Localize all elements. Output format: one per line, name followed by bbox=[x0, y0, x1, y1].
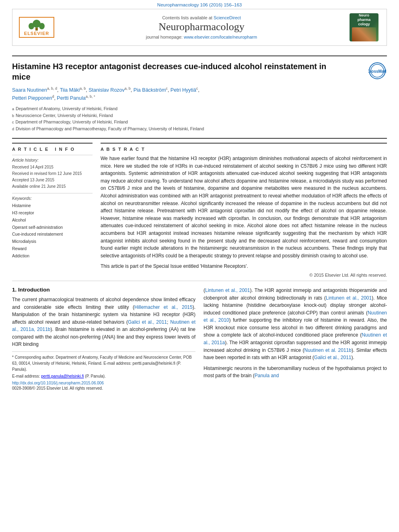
elsevier-logo-container: ELSEVIER bbox=[19, 17, 55, 38]
keyword-histamine: Histamine bbox=[12, 202, 93, 210]
authors-line: Saara Nuutinena, b, d, Tiia Mäkia, b, St… bbox=[12, 86, 387, 102]
available-online: Available online 21 June 2015 bbox=[12, 183, 93, 190]
author-panula[interactable]: Pertti Panula bbox=[57, 95, 86, 101]
crossmark-icon-container: CrossMark bbox=[368, 61, 387, 80]
author-hyytia[interactable]: Petri Hyytiä bbox=[171, 87, 196, 93]
history-label: Article history: bbox=[12, 158, 93, 162]
intro-para1: The current pharmacological treatments o… bbox=[12, 296, 195, 348]
keyword-reward: Reward bbox=[12, 245, 93, 253]
body-two-col: 1. Introduction The current pharmacologi… bbox=[12, 287, 387, 398]
accepted-date: Accepted 13 June 2015 bbox=[12, 177, 93, 183]
body-right: (Lintunen et al., 2001). The H3R agonist… bbox=[204, 287, 387, 390]
affil-c: c Department of Pharmacology, University… bbox=[12, 119, 387, 125]
email-link[interactable]: pertti.panula@helsinki.fi bbox=[41, 374, 84, 378]
article-title: Histamine H3 receptor antagonist decreas… bbox=[12, 61, 342, 82]
article-info-abstract-cols: A R T I C L E I N F O Article history: R… bbox=[12, 143, 387, 277]
journal-logo-right: Neuropharmacology bbox=[348, 13, 380, 41]
ref-galici[interactable]: Galici et al., 2011 bbox=[128, 319, 167, 325]
keyword-addiction: Addiction bbox=[12, 253, 93, 260]
journal-title: Neuropharmacology bbox=[59, 21, 344, 33]
author-backstrom[interactable]: Pia Bäckström bbox=[134, 87, 166, 93]
keyword-microdialysis: Microdialysis bbox=[12, 238, 93, 245]
contents-line: Contents lists available at ScienceDirec… bbox=[59, 15, 344, 20]
top-divider bbox=[12, 55, 387, 56]
journal-homepage: journal homepage: www.elsevier.com/locat… bbox=[59, 35, 344, 39]
abstract-section: A B S T R A C T We have earlier found th… bbox=[101, 143, 387, 277]
affil-sup-a: a bbox=[12, 105, 14, 112]
author-piepponen[interactable]: Petteri Piepponen bbox=[12, 95, 52, 101]
neuro-logo-image bbox=[352, 27, 376, 41]
ref-lintunen-2001b[interactable]: Lintunen et al., 2001 bbox=[326, 295, 372, 301]
received-revised: Received in revised form 12 June 2015 bbox=[12, 170, 93, 177]
right-para2: Histaminergic neurons in the tuberomamil… bbox=[204, 365, 387, 380]
svg-rect-3 bbox=[35, 28, 38, 31]
body-left: 1. Introduction The current pharmacologi… bbox=[12, 287, 195, 390]
ref-nuutinen-2010[interactable]: Nuutinen et al., 2010 bbox=[204, 310, 387, 323]
sciencedirect-link[interactable]: ScienceDirect bbox=[214, 15, 241, 20]
svg-point-1 bbox=[29, 23, 34, 29]
keyword-operant: Operant self-administration bbox=[12, 224, 93, 231]
footnote-section: * Corresponding author. Department of An… bbox=[12, 351, 195, 390]
elsevier-tree-icon bbox=[27, 19, 47, 31]
article-info-col: A R T I C L E I N F O Article history: R… bbox=[12, 143, 93, 277]
right-para1: (Lintunen et al., 2001). The H3R agonist… bbox=[204, 287, 387, 362]
journal-header: ELSEVIER Contents lists available at Sci… bbox=[12, 9, 387, 46]
svg-point-2 bbox=[39, 23, 45, 29]
crossmark-svg: CrossMark bbox=[368, 62, 386, 80]
journal-center: Contents lists available at ScienceDirec… bbox=[59, 15, 344, 39]
affil-sup-b: b bbox=[12, 112, 14, 119]
article-info-section: A R T I C L E I N F O Article history: R… bbox=[12, 143, 93, 260]
abstract-label: A B S T R A C T bbox=[101, 147, 387, 152]
article-body: Histamine H3 receptor antagonist decreas… bbox=[12, 46, 387, 398]
article-info-label: A R T I C L E I N F O bbox=[12, 147, 93, 152]
neuro-logo-box: Neuropharmacology bbox=[350, 13, 378, 41]
journal-volume-info: Neuropharmacology 106 (2016) 156–163 bbox=[0, 0, 399, 9]
affil-text-d: Division of Pharmacology and Pharmacothe… bbox=[16, 125, 204, 132]
keyword-alcohol: Alcohol bbox=[12, 217, 93, 224]
history-block: Article history: Received 14 April 2015 … bbox=[12, 155, 93, 190]
affil-sup-c: c bbox=[12, 119, 14, 125]
elsevier-text: ELSEVIER bbox=[24, 31, 49, 36]
journal-url[interactable]: www.elsevier.com/locate/neuropharm bbox=[184, 35, 257, 39]
ref-nuutinen2011[interactable]: Nuutinen et al., 2011a, 2011b bbox=[12, 319, 195, 333]
corresponding-author-note: * Corresponding author. Department of An… bbox=[12, 354, 195, 372]
article-title-section: Histamine H3 receptor antagonist decreas… bbox=[12, 61, 387, 82]
mid-divider-1 bbox=[12, 138, 387, 139]
doi-line[interactable]: http://dx.doi.org/10.1016/j.neuropharm.2… bbox=[12, 381, 195, 385]
elsevier-logo: ELSEVIER bbox=[19, 17, 54, 38]
issn-line: 0028-3908/© 2015 Elsevier Ltd. All right… bbox=[12, 386, 195, 390]
keyword-h3receptor: H3 receptor bbox=[12, 210, 93, 217]
ref-hillemacher[interactable]: Hillemacher et al., 2015 bbox=[134, 304, 193, 310]
abstract-special-issue: This article is part of the Special Issu… bbox=[101, 263, 387, 270]
intro-heading: 1. Introduction bbox=[12, 287, 195, 293]
author-maki[interactable]: Tiia Mäki bbox=[60, 87, 80, 93]
received-date: Received 14 April 2015 bbox=[12, 164, 93, 170]
abstract-col: A B S T R A C T We have earlier found th… bbox=[101, 143, 387, 277]
keyword-cue: Cue-induced reinstatement bbox=[12, 231, 93, 238]
affil-sup-d: d bbox=[12, 125, 14, 132]
keywords-label: Keywords: bbox=[12, 196, 93, 201]
affil-a: a Department of Anatomy, University of H… bbox=[12, 105, 387, 112]
author-rozov[interactable]: Stanislav Rozov bbox=[88, 87, 125, 93]
affil-text-b: Neuroscience Center, University of Helsi… bbox=[16, 112, 113, 119]
author-nuutinen[interactable]: Saara Nuutinen bbox=[12, 87, 47, 93]
ref-panula[interactable]: Panula and bbox=[255, 373, 279, 378]
section-divider bbox=[12, 281, 387, 281]
ref-nuutinen-2011b[interactable]: Nuutinen et al. 2011b bbox=[304, 347, 352, 353]
email-note: E-mail address: pertti.panula@helsinki.f… bbox=[12, 373, 195, 379]
affiliations: a Department of Anatomy, University of H… bbox=[12, 105, 387, 132]
neuro-logo-text: Neuropharmacology bbox=[358, 13, 371, 26]
ref-lintunen-2001a[interactable]: Lintunen et al., 2001 bbox=[205, 288, 250, 293]
affil-d: d Division of Pharmacology and Pharmacot… bbox=[12, 125, 387, 132]
affil-b: b Neuroscience Center, University of Hel… bbox=[12, 112, 387, 119]
abstract-text: We have earlier found that the histamine… bbox=[101, 155, 387, 259]
svg-text:CrossMark: CrossMark bbox=[368, 69, 386, 74]
keywords-block: Keywords: Histamine H3 receptor Alcohol … bbox=[12, 193, 93, 260]
affil-text-c: Department of Pharmacology, University o… bbox=[16, 119, 128, 125]
ref-galici-2011[interactable]: Galici et al., 2011 bbox=[314, 355, 352, 360]
ref-nuutinen-2011a[interactable]: Nuutinen et al., 2011a bbox=[204, 332, 387, 345]
affil-text-a: Department of Anatomy, University of Hel… bbox=[16, 105, 117, 112]
abstract-copyright: © 2015 Elsevier Ltd. All rights reserved… bbox=[101, 273, 387, 277]
